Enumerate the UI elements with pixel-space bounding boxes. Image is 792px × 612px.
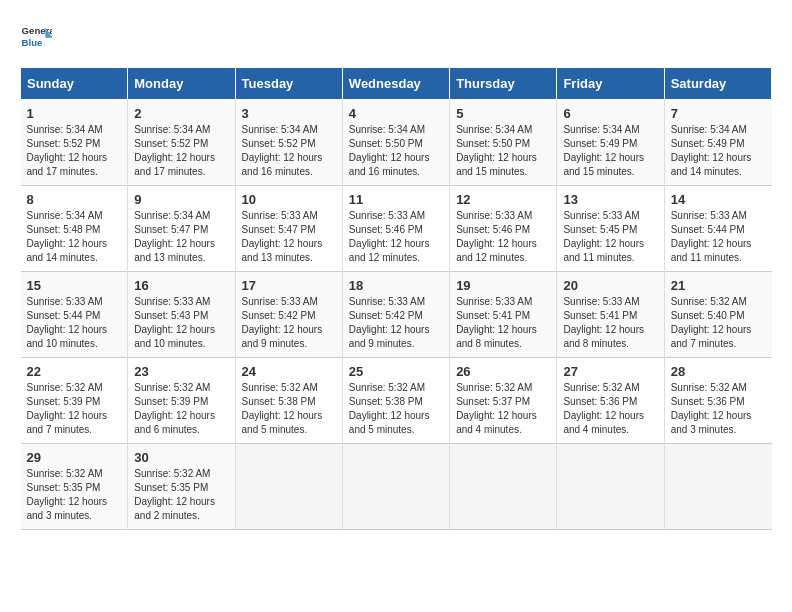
svg-text:Blue: Blue (22, 37, 43, 48)
calendar-week-2: 8 Sunrise: 5:34 AM Sunset: 5:48 PM Dayli… (21, 186, 772, 272)
day-info: Sunrise: 5:32 AM Sunset: 5:39 PM Dayligh… (27, 381, 122, 437)
logo-icon: General Blue (20, 20, 52, 52)
day-info: Sunrise: 5:33 AM Sunset: 5:44 PM Dayligh… (27, 295, 122, 351)
calendar-cell: 20 Sunrise: 5:33 AM Sunset: 5:41 PM Dayl… (557, 272, 664, 358)
page-header: General Blue (20, 20, 772, 52)
day-info: Sunrise: 5:34 AM Sunset: 5:47 PM Dayligh… (134, 209, 228, 265)
calendar-cell (557, 444, 664, 530)
calendar-week-3: 15 Sunrise: 5:33 AM Sunset: 5:44 PM Dayl… (21, 272, 772, 358)
day-number: 24 (242, 364, 336, 379)
calendar-cell: 3 Sunrise: 5:34 AM Sunset: 5:52 PM Dayli… (235, 100, 342, 186)
calendar-cell: 4 Sunrise: 5:34 AM Sunset: 5:50 PM Dayli… (342, 100, 449, 186)
day-number: 23 (134, 364, 228, 379)
day-info: Sunrise: 5:34 AM Sunset: 5:48 PM Dayligh… (27, 209, 122, 265)
day-number: 1 (27, 106, 122, 121)
day-info: Sunrise: 5:32 AM Sunset: 5:35 PM Dayligh… (27, 467, 122, 523)
day-info: Sunrise: 5:32 AM Sunset: 5:36 PM Dayligh… (563, 381, 657, 437)
day-number: 28 (671, 364, 766, 379)
calendar-cell: 1 Sunrise: 5:34 AM Sunset: 5:52 PM Dayli… (21, 100, 128, 186)
day-number: 29 (27, 450, 122, 465)
day-number: 18 (349, 278, 443, 293)
calendar-cell: 30 Sunrise: 5:32 AM Sunset: 5:35 PM Dayl… (128, 444, 235, 530)
day-number: 27 (563, 364, 657, 379)
calendar-cell: 25 Sunrise: 5:32 AM Sunset: 5:38 PM Dayl… (342, 358, 449, 444)
calendar-week-5: 29 Sunrise: 5:32 AM Sunset: 5:35 PM Dayl… (21, 444, 772, 530)
day-number: 8 (27, 192, 122, 207)
day-info: Sunrise: 5:33 AM Sunset: 5:46 PM Dayligh… (456, 209, 550, 265)
day-number: 9 (134, 192, 228, 207)
day-number: 7 (671, 106, 766, 121)
calendar-cell: 22 Sunrise: 5:32 AM Sunset: 5:39 PM Dayl… (21, 358, 128, 444)
calendar-cell: 17 Sunrise: 5:33 AM Sunset: 5:42 PM Dayl… (235, 272, 342, 358)
calendar-cell: 6 Sunrise: 5:34 AM Sunset: 5:49 PM Dayli… (557, 100, 664, 186)
calendar-cell (450, 444, 557, 530)
day-info: Sunrise: 5:34 AM Sunset: 5:50 PM Dayligh… (349, 123, 443, 179)
calendar-table: Sunday Monday Tuesday Wednesday Thursday… (20, 67, 772, 530)
calendar-cell: 26 Sunrise: 5:32 AM Sunset: 5:37 PM Dayl… (450, 358, 557, 444)
day-number: 4 (349, 106, 443, 121)
calendar-cell: 5 Sunrise: 5:34 AM Sunset: 5:50 PM Dayli… (450, 100, 557, 186)
header-friday: Friday (557, 68, 664, 100)
calendar-week-1: 1 Sunrise: 5:34 AM Sunset: 5:52 PM Dayli… (21, 100, 772, 186)
logo: General Blue (20, 20, 58, 52)
header-tuesday: Tuesday (235, 68, 342, 100)
calendar-cell (664, 444, 771, 530)
day-info: Sunrise: 5:34 AM Sunset: 5:49 PM Dayligh… (563, 123, 657, 179)
calendar-cell: 7 Sunrise: 5:34 AM Sunset: 5:49 PM Dayli… (664, 100, 771, 186)
day-info: Sunrise: 5:34 AM Sunset: 5:49 PM Dayligh… (671, 123, 766, 179)
day-number: 19 (456, 278, 550, 293)
day-number: 6 (563, 106, 657, 121)
day-number: 17 (242, 278, 336, 293)
day-info: Sunrise: 5:34 AM Sunset: 5:52 PM Dayligh… (242, 123, 336, 179)
calendar-week-4: 22 Sunrise: 5:32 AM Sunset: 5:39 PM Dayl… (21, 358, 772, 444)
day-info: Sunrise: 5:33 AM Sunset: 5:42 PM Dayligh… (349, 295, 443, 351)
calendar-cell: 9 Sunrise: 5:34 AM Sunset: 5:47 PM Dayli… (128, 186, 235, 272)
calendar-cell: 14 Sunrise: 5:33 AM Sunset: 5:44 PM Dayl… (664, 186, 771, 272)
header-saturday: Saturday (664, 68, 771, 100)
day-info: Sunrise: 5:33 AM Sunset: 5:47 PM Dayligh… (242, 209, 336, 265)
calendar-cell: 24 Sunrise: 5:32 AM Sunset: 5:38 PM Dayl… (235, 358, 342, 444)
calendar-cell: 12 Sunrise: 5:33 AM Sunset: 5:46 PM Dayl… (450, 186, 557, 272)
day-info: Sunrise: 5:33 AM Sunset: 5:43 PM Dayligh… (134, 295, 228, 351)
day-number: 10 (242, 192, 336, 207)
day-number: 2 (134, 106, 228, 121)
header-row: Sunday Monday Tuesday Wednesday Thursday… (21, 68, 772, 100)
day-info: Sunrise: 5:32 AM Sunset: 5:38 PM Dayligh… (242, 381, 336, 437)
day-info: Sunrise: 5:33 AM Sunset: 5:42 PM Dayligh… (242, 295, 336, 351)
day-number: 20 (563, 278, 657, 293)
day-number: 15 (27, 278, 122, 293)
day-info: Sunrise: 5:32 AM Sunset: 5:40 PM Dayligh… (671, 295, 766, 351)
day-info: Sunrise: 5:32 AM Sunset: 5:36 PM Dayligh… (671, 381, 766, 437)
calendar-cell: 19 Sunrise: 5:33 AM Sunset: 5:41 PM Dayl… (450, 272, 557, 358)
day-info: Sunrise: 5:32 AM Sunset: 5:35 PM Dayligh… (134, 467, 228, 523)
day-number: 16 (134, 278, 228, 293)
day-number: 22 (27, 364, 122, 379)
day-number: 11 (349, 192, 443, 207)
day-number: 14 (671, 192, 766, 207)
day-number: 13 (563, 192, 657, 207)
header-thursday: Thursday (450, 68, 557, 100)
calendar-cell: 2 Sunrise: 5:34 AM Sunset: 5:52 PM Dayli… (128, 100, 235, 186)
calendar-cell (235, 444, 342, 530)
day-info: Sunrise: 5:33 AM Sunset: 5:41 PM Dayligh… (456, 295, 550, 351)
day-info: Sunrise: 5:33 AM Sunset: 5:46 PM Dayligh… (349, 209, 443, 265)
calendar-cell: 15 Sunrise: 5:33 AM Sunset: 5:44 PM Dayl… (21, 272, 128, 358)
calendar-cell: 18 Sunrise: 5:33 AM Sunset: 5:42 PM Dayl… (342, 272, 449, 358)
day-number: 3 (242, 106, 336, 121)
calendar-cell: 8 Sunrise: 5:34 AM Sunset: 5:48 PM Dayli… (21, 186, 128, 272)
day-info: Sunrise: 5:32 AM Sunset: 5:38 PM Dayligh… (349, 381, 443, 437)
day-number: 21 (671, 278, 766, 293)
day-info: Sunrise: 5:33 AM Sunset: 5:45 PM Dayligh… (563, 209, 657, 265)
header-sunday: Sunday (21, 68, 128, 100)
day-info: Sunrise: 5:34 AM Sunset: 5:52 PM Dayligh… (134, 123, 228, 179)
calendar-cell: 27 Sunrise: 5:32 AM Sunset: 5:36 PM Dayl… (557, 358, 664, 444)
day-info: Sunrise: 5:33 AM Sunset: 5:44 PM Dayligh… (671, 209, 766, 265)
header-wednesday: Wednesday (342, 68, 449, 100)
day-info: Sunrise: 5:32 AM Sunset: 5:37 PM Dayligh… (456, 381, 550, 437)
calendar-cell: 13 Sunrise: 5:33 AM Sunset: 5:45 PM Dayl… (557, 186, 664, 272)
day-number: 25 (349, 364, 443, 379)
calendar-cell: 29 Sunrise: 5:32 AM Sunset: 5:35 PM Dayl… (21, 444, 128, 530)
day-info: Sunrise: 5:32 AM Sunset: 5:39 PM Dayligh… (134, 381, 228, 437)
day-info: Sunrise: 5:34 AM Sunset: 5:52 PM Dayligh… (27, 123, 122, 179)
calendar-cell: 11 Sunrise: 5:33 AM Sunset: 5:46 PM Dayl… (342, 186, 449, 272)
